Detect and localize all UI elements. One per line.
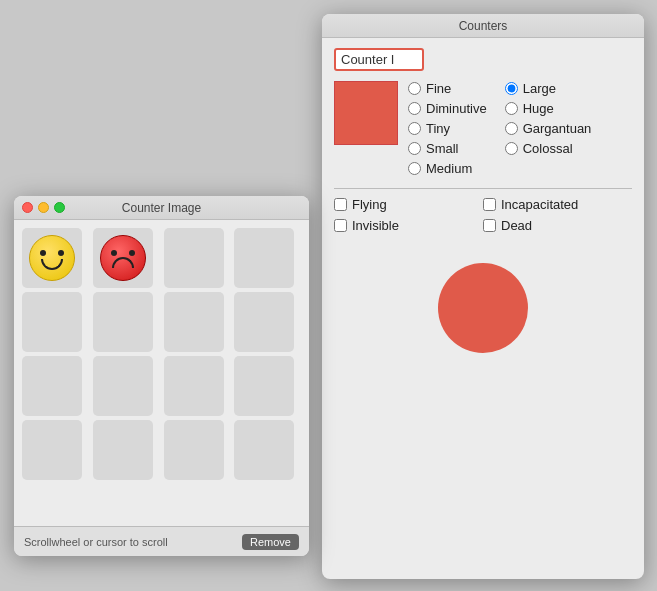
grid-cell-10[interactable]: [93, 356, 153, 416]
radio-label-tiny: Tiny: [426, 121, 450, 136]
divider: [334, 188, 632, 189]
checkbox-invisible[interactable]: Invisible: [334, 218, 483, 233]
size-column-right: Large Huge Gargantuan Colossal: [505, 81, 592, 176]
checkbox-incapacitated[interactable]: Incapacitated: [483, 197, 632, 212]
checkbox-input-invisible[interactable]: [334, 219, 347, 232]
close-button[interactable]: [22, 202, 33, 213]
grid-cell-8[interactable]: [234, 292, 294, 352]
grid-cell-9[interactable]: [22, 356, 82, 416]
checkbox-input-incapacitated[interactable]: [483, 198, 496, 211]
checkbox-input-dead[interactable]: [483, 219, 496, 232]
size-column-left: Fine Diminutive Tiny Small: [408, 81, 487, 176]
radio-label-huge: Huge: [523, 101, 554, 116]
mouth-sad: [112, 257, 134, 268]
checkbox-input-flying[interactable]: [334, 198, 347, 211]
conditions-section: Flying Invisible Incapacitated Dead: [334, 197, 632, 233]
grid-cell-14[interactable]: [93, 420, 153, 480]
traffic-lights: [22, 202, 65, 213]
checkbox-label-flying: Flying: [352, 197, 387, 212]
checkbox-label-dead: Dead: [501, 218, 532, 233]
radio-large[interactable]: Large: [505, 81, 592, 96]
eye-right-sad: [129, 250, 135, 256]
radio-label-medium: Medium: [426, 161, 472, 176]
grid-cell-5[interactable]: [22, 292, 82, 352]
grid-cell-12[interactable]: [234, 356, 294, 416]
size-color-row: Fine Diminutive Tiny Small: [334, 81, 632, 176]
grid-cell-2[interactable]: [93, 228, 153, 288]
checkbox-dead[interactable]: Dead: [483, 218, 632, 233]
eye-left-sad: [111, 250, 117, 256]
conditions-col-right: Incapacitated Dead: [483, 197, 632, 233]
radio-input-tiny[interactable]: [408, 122, 421, 135]
mouth-happy: [41, 259, 63, 270]
counters-window: Counters Fine Diminutive: [322, 14, 644, 579]
checkbox-label-incapacitated: Incapacitated: [501, 197, 578, 212]
radio-huge[interactable]: Huge: [505, 101, 592, 116]
counters-title: Counters: [459, 19, 508, 33]
image-titlebar: Counter Image: [14, 196, 309, 220]
counters-titlebar: Counters: [322, 14, 644, 38]
minimize-button[interactable]: [38, 202, 49, 213]
radio-label-large: Large: [523, 81, 556, 96]
radio-diminutive[interactable]: Diminutive: [408, 101, 487, 116]
radio-input-large[interactable]: [505, 82, 518, 95]
grid-cell-4[interactable]: [234, 228, 294, 288]
preview-circle: [438, 263, 528, 353]
zoom-button[interactable]: [54, 202, 65, 213]
color-swatch[interactable]: [334, 81, 398, 145]
radio-gargantuan[interactable]: Gargantuan: [505, 121, 592, 136]
conditions-col-left: Flying Invisible: [334, 197, 483, 233]
radio-medium[interactable]: Medium: [408, 161, 487, 176]
remove-button[interactable]: Remove: [242, 534, 299, 550]
radio-fine[interactable]: Fine: [408, 81, 487, 96]
radio-label-fine: Fine: [426, 81, 451, 96]
radio-input-colossal[interactable]: [505, 142, 518, 155]
footer-text: Scrollwheel or cursor to scroll: [24, 536, 168, 548]
grid-cell-3[interactable]: [164, 228, 224, 288]
smiley-happy: [29, 235, 75, 281]
radio-input-gargantuan[interactable]: [505, 122, 518, 135]
image-title: Counter Image: [122, 201, 201, 215]
eye-left: [40, 250, 46, 256]
eye-right: [58, 250, 64, 256]
radio-label-colossal: Colossal: [523, 141, 573, 156]
radio-tiny[interactable]: Tiny: [408, 121, 487, 136]
grid-cell-16[interactable]: [234, 420, 294, 480]
grid-cell-6[interactable]: [93, 292, 153, 352]
checkbox-label-invisible: Invisible: [352, 218, 399, 233]
radio-label-diminutive: Diminutive: [426, 101, 487, 116]
radio-input-fine[interactable]: [408, 82, 421, 95]
checkbox-flying[interactable]: Flying: [334, 197, 483, 212]
radio-input-medium[interactable]: [408, 162, 421, 175]
counter-name-input[interactable]: [334, 48, 424, 71]
grid-cell-13[interactable]: [22, 420, 82, 480]
image-grid: [14, 220, 309, 488]
radio-input-huge[interactable]: [505, 102, 518, 115]
image-window: Counter Image: [14, 196, 309, 556]
radio-input-small[interactable]: [408, 142, 421, 155]
grid-cell-1[interactable]: [22, 228, 82, 288]
size-columns: Fine Diminutive Tiny Small: [408, 81, 591, 176]
radio-label-gargantuan: Gargantuan: [523, 121, 592, 136]
grid-cell-15[interactable]: [164, 420, 224, 480]
smiley-sad: [100, 235, 146, 281]
radio-colossal[interactable]: Colossal: [505, 141, 592, 156]
image-footer: Scrollwheel or cursor to scroll Remove: [14, 526, 309, 556]
grid-cell-11[interactable]: [164, 356, 224, 416]
preview-area: [334, 263, 632, 353]
radio-small[interactable]: Small: [408, 141, 487, 156]
radio-input-diminutive[interactable]: [408, 102, 421, 115]
radio-label-small: Small: [426, 141, 459, 156]
grid-cell-7[interactable]: [164, 292, 224, 352]
